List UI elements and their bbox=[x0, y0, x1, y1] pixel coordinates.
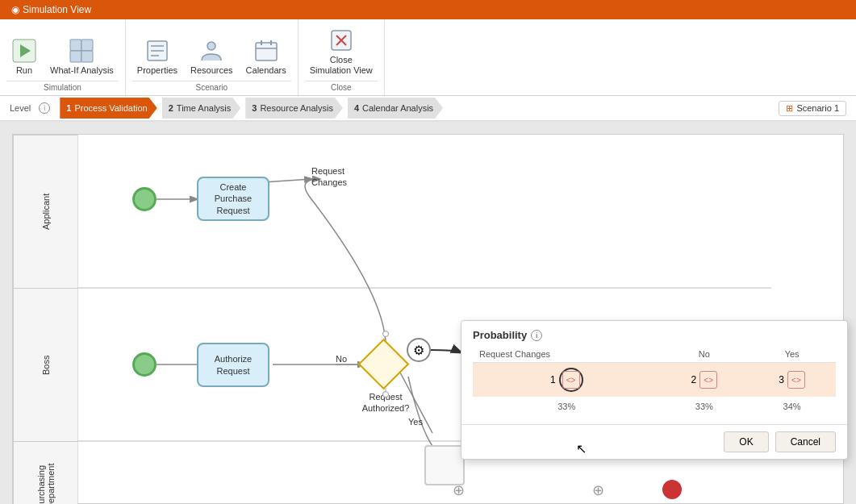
what-if-button[interactable]: What-If Analysis bbox=[45, 35, 119, 79]
calendars-icon bbox=[253, 38, 279, 64]
resources-label: Resources bbox=[190, 65, 233, 76]
title-bar-label: Simulation View bbox=[23, 4, 91, 15]
start-event-applicant[interactable] bbox=[132, 187, 157, 211]
svg-rect-5 bbox=[81, 51, 93, 62]
pct-2: 33% bbox=[660, 397, 748, 416]
calendars-button[interactable]: Calendars bbox=[241, 35, 291, 79]
edit-icon-3[interactable]: <> bbox=[787, 371, 805, 389]
popup-info-icon: i bbox=[531, 330, 542, 341]
lane-applicant-header: Applicant bbox=[13, 135, 77, 288]
edit-icon-2[interactable]: <> bbox=[699, 371, 717, 389]
ribbon-group-scenario: Properties Resources bbox=[126, 19, 299, 95]
svg-rect-4 bbox=[70, 51, 81, 62]
resources-button[interactable]: Resources bbox=[186, 35, 238, 79]
wizard-step-3[interactable]: 3 Resource Analysis bbox=[245, 98, 343, 119]
ok-button[interactable]: OK bbox=[724, 431, 768, 452]
probability-popup: Probability i Request Changes No Yes 1 bbox=[461, 320, 848, 460]
run-icon bbox=[11, 38, 37, 64]
add-element-btn-2[interactable]: ⊕ bbox=[592, 481, 604, 499]
lane-boss-header: Boss bbox=[13, 288, 77, 441]
svg-rect-2 bbox=[70, 40, 81, 51]
prob-val-2[interactable]: 2 <> bbox=[660, 363, 748, 398]
level-label: Level bbox=[10, 103, 31, 113]
lane-purchasing-header: Purchasing Department bbox=[13, 441, 77, 504]
gateway-diamond bbox=[358, 339, 410, 390]
yes-label: Yes bbox=[408, 417, 423, 427]
canvas-area: Applicant Boss Purchasing Department Cre… bbox=[0, 122, 856, 504]
create-purchase-request-task[interactable]: Create Purchase Request bbox=[197, 177, 269, 221]
bpmn-diagram[interactable]: Applicant Boss Purchasing Department Cre… bbox=[12, 134, 844, 504]
ribbon: Run What-If Analysis Simulation bbox=[0, 19, 856, 96]
close-simulation-label: Close Simulation View bbox=[310, 55, 373, 76]
wizard-bar: Level i 1 Process Validation 2 Time Anal… bbox=[0, 96, 856, 122]
scenario-label: Scenario 1 bbox=[796, 103, 839, 113]
add-element-btn-1[interactable]: ⊕ bbox=[453, 481, 465, 499]
calendars-label: Calendars bbox=[246, 65, 286, 76]
svg-rect-11 bbox=[256, 43, 277, 60]
pct-1: 33% bbox=[473, 397, 660, 416]
col-header-yes: Yes bbox=[748, 346, 836, 363]
flow-dot-top bbox=[382, 331, 389, 337]
no-label: No bbox=[336, 354, 347, 364]
close-simulation-icon bbox=[328, 27, 354, 53]
wizard-step-1[interactable]: 1 Process Validation bbox=[60, 98, 157, 119]
probability-values-row: 1 <> 2 <> bbox=[473, 363, 836, 398]
start-event-boss[interactable] bbox=[132, 352, 157, 377]
prob-val-1[interactable]: 1 <> bbox=[473, 363, 660, 398]
authorize-request-task[interactable]: Authorize Request bbox=[197, 343, 269, 387]
probability-table: Request Changes No Yes 1 <> bbox=[473, 346, 836, 416]
run-label: Run bbox=[16, 65, 32, 76]
prob-val-3[interactable]: 3 <> bbox=[748, 363, 836, 398]
probability-pct-row: 33% 33% 34% bbox=[473, 397, 836, 416]
value-1-circle[interactable]: <> bbox=[559, 368, 583, 392]
title-bar: ◉ Simulation View bbox=[0, 0, 856, 19]
close-group-label: Close bbox=[305, 81, 378, 92]
popup-header: Probability i bbox=[461, 321, 847, 346]
cancel-button[interactable]: Cancel bbox=[775, 431, 836, 452]
purchasing-task[interactable] bbox=[424, 445, 465, 485]
popup-title: Probability bbox=[473, 329, 527, 341]
title-bar-icon: ◉ bbox=[11, 4, 19, 15]
level-info-icon: i bbox=[39, 102, 50, 114]
run-button[interactable]: Run bbox=[6, 35, 42, 79]
wizard-step-4[interactable]: 4 Calendar Analysis bbox=[348, 98, 443, 119]
scenario-group-label: Scenario bbox=[132, 81, 291, 92]
svg-rect-3 bbox=[81, 40, 93, 51]
edit-icon-1[interactable]: <> bbox=[562, 371, 580, 389]
flow-dot-bottom bbox=[382, 391, 389, 398]
gear-icon[interactable]: ⚙ bbox=[407, 338, 431, 362]
properties-label: Properties bbox=[137, 65, 177, 76]
ribbon-group-close: Close Simulation View Close bbox=[299, 19, 385, 95]
resources-icon bbox=[198, 38, 224, 64]
popup-footer: OK Cancel bbox=[461, 424, 847, 459]
indicator-circle bbox=[662, 480, 682, 499]
col-header-request-changes: Request Changes bbox=[473, 346, 660, 363]
scenario-badge: ⊞ Scenario 1 bbox=[779, 101, 846, 116]
pct-3: 34% bbox=[748, 397, 836, 416]
gateway-container[interactable] bbox=[365, 346, 406, 386]
properties-button[interactable]: Properties bbox=[132, 35, 182, 79]
col-header-no: No bbox=[660, 346, 748, 363]
close-simulation-button[interactable]: Close Simulation View bbox=[305, 24, 378, 79]
what-if-label: What-If Analysis bbox=[50, 65, 114, 76]
scenario-icon: ⊞ bbox=[786, 103, 793, 114]
properties-icon bbox=[144, 38, 170, 64]
svg-point-10 bbox=[207, 42, 215, 50]
simulation-group-label: Simulation bbox=[6, 81, 119, 92]
ribbon-group-simulation: Run What-If Analysis Simulation bbox=[0, 19, 126, 95]
request-changes-label: Request Changes bbox=[311, 165, 347, 189]
wizard-step-2[interactable]: 2 Time Analysis bbox=[162, 98, 241, 119]
what-if-icon bbox=[69, 38, 94, 64]
